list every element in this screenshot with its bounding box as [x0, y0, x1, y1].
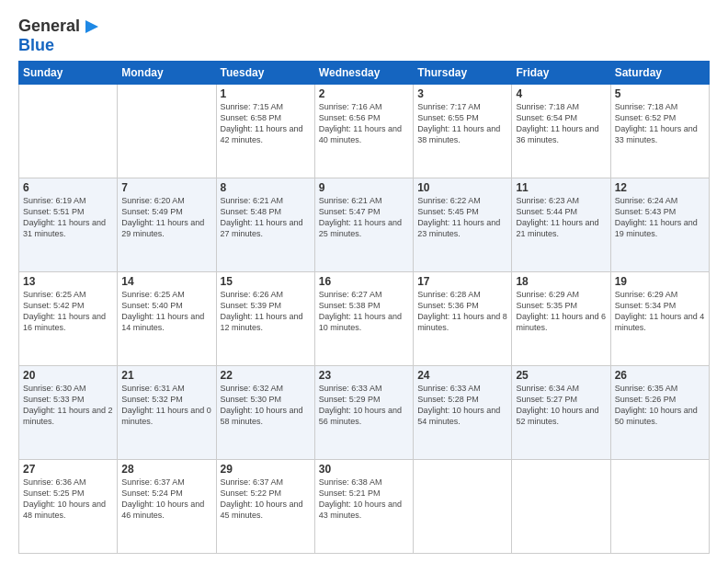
calendar-cell: 21Sunrise: 6:31 AM Sunset: 5:32 PM Dayli… [118, 366, 216, 460]
day-number: 23 [319, 369, 409, 382]
day-info: Sunrise: 6:20 AM Sunset: 5:49 PM Dayligh… [121, 196, 204, 238]
day-info: Sunrise: 7:17 AM Sunset: 6:55 PM Dayligh… [417, 102, 500, 144]
col-header-saturday: Saturday [610, 62, 709, 85]
day-info: Sunrise: 7:16 AM Sunset: 6:56 PM Dayligh… [319, 102, 402, 144]
day-number: 29 [221, 463, 311, 476]
calendar-cell: 9Sunrise: 6:21 AM Sunset: 5:47 PM Daylig… [314, 178, 413, 272]
day-number: 11 [516, 181, 606, 194]
day-info: Sunrise: 6:23 AM Sunset: 5:44 PM Dayligh… [516, 196, 598, 238]
calendar-cell: 15Sunrise: 6:26 AM Sunset: 5:39 PM Dayli… [216, 272, 314, 366]
logo-general: General [18, 17, 80, 36]
day-info: Sunrise: 6:27 AM Sunset: 5:38 PM Dayligh… [319, 290, 402, 332]
day-number: 21 [121, 369, 211, 382]
col-header-monday: Monday [118, 62, 216, 85]
day-info: Sunrise: 6:32 AM Sunset: 5:30 PM Dayligh… [221, 384, 303, 426]
day-number: 17 [417, 275, 507, 288]
calendar-cell: 27Sunrise: 6:36 AM Sunset: 5:25 PM Dayli… [19, 460, 118, 554]
day-info: Sunrise: 6:30 AM Sunset: 5:33 PM Dayligh… [23, 384, 113, 426]
day-info: Sunrise: 6:35 AM Sunset: 5:26 PM Dayligh… [615, 384, 698, 426]
calendar-cell [19, 85, 118, 178]
day-number: 6 [23, 181, 113, 194]
day-number: 12 [615, 181, 705, 194]
day-number: 2 [319, 87, 409, 100]
calendar-cell: 28Sunrise: 6:37 AM Sunset: 5:24 PM Dayli… [118, 460, 216, 554]
day-number: 15 [221, 275, 311, 288]
day-number: 25 [516, 369, 606, 382]
calendar-cell: 20Sunrise: 6:30 AM Sunset: 5:33 PM Dayli… [19, 366, 118, 460]
day-number: 28 [121, 463, 211, 476]
day-number: 10 [417, 181, 507, 194]
day-number: 8 [221, 181, 311, 194]
calendar-cell: 7Sunrise: 6:20 AM Sunset: 5:49 PM Daylig… [118, 178, 216, 272]
calendar-cell: 22Sunrise: 6:32 AM Sunset: 5:30 PM Dayli… [216, 366, 314, 460]
day-info: Sunrise: 6:34 AM Sunset: 5:27 PM Dayligh… [516, 384, 598, 426]
calendar-cell: 12Sunrise: 6:24 AM Sunset: 5:43 PM Dayli… [610, 178, 709, 272]
col-header-sunday: Sunday [19, 62, 118, 85]
day-info: Sunrise: 6:31 AM Sunset: 5:32 PM Dayligh… [121, 384, 211, 426]
day-info: Sunrise: 6:37 AM Sunset: 5:22 PM Dayligh… [221, 477, 303, 520]
calendar-cell: 6Sunrise: 6:19 AM Sunset: 5:51 PM Daylig… [19, 178, 118, 272]
calendar-cell: 16Sunrise: 6:27 AM Sunset: 5:38 PM Dayli… [314, 272, 413, 366]
calendar-cell: 14Sunrise: 6:25 AM Sunset: 5:40 PM Dayli… [118, 272, 216, 366]
header: General Blue [18, 17, 710, 55]
day-info: Sunrise: 6:36 AM Sunset: 5:25 PM Dayligh… [23, 477, 106, 520]
calendar-cell: 5Sunrise: 7:18 AM Sunset: 6:52 PM Daylig… [610, 85, 709, 178]
day-number: 9 [319, 181, 409, 194]
day-info: Sunrise: 6:33 AM Sunset: 5:29 PM Dayligh… [319, 384, 402, 426]
logo-blue: Blue [18, 36, 54, 54]
calendar-cell [610, 460, 709, 554]
calendar-cell: 29Sunrise: 6:37 AM Sunset: 5:22 PM Dayli… [216, 460, 314, 554]
day-number: 5 [615, 87, 705, 100]
calendar-cell [512, 460, 610, 554]
calendar-cell: 23Sunrise: 6:33 AM Sunset: 5:29 PM Dayli… [314, 366, 413, 460]
day-number: 24 [417, 369, 507, 382]
day-info: Sunrise: 6:33 AM Sunset: 5:28 PM Dayligh… [417, 384, 500, 426]
col-header-tuesday: Tuesday [216, 62, 314, 85]
day-info: Sunrise: 6:28 AM Sunset: 5:36 PM Dayligh… [417, 290, 507, 332]
day-info: Sunrise: 6:37 AM Sunset: 5:24 PM Dayligh… [121, 477, 204, 520]
day-info: Sunrise: 6:24 AM Sunset: 5:43 PM Dayligh… [615, 196, 698, 238]
calendar-cell: 18Sunrise: 6:29 AM Sunset: 5:35 PM Dayli… [512, 272, 610, 366]
day-info: Sunrise: 6:29 AM Sunset: 5:34 PM Dayligh… [615, 290, 705, 332]
day-info: Sunrise: 6:25 AM Sunset: 5:42 PM Dayligh… [23, 290, 106, 332]
day-number: 4 [516, 87, 606, 100]
calendar-cell: 30Sunrise: 6:38 AM Sunset: 5:21 PM Dayli… [314, 460, 413, 554]
calendar: SundayMondayTuesdayWednesdayThursdayFrid… [18, 61, 710, 554]
day-info: Sunrise: 6:19 AM Sunset: 5:51 PM Dayligh… [23, 196, 106, 238]
calendar-cell: 10Sunrise: 6:22 AM Sunset: 5:45 PM Dayli… [414, 178, 512, 272]
day-number: 16 [319, 275, 409, 288]
day-number: 3 [417, 87, 507, 100]
calendar-cell [414, 460, 512, 554]
day-number: 1 [221, 87, 311, 100]
day-number: 7 [121, 181, 211, 194]
day-info: Sunrise: 6:29 AM Sunset: 5:35 PM Dayligh… [516, 290, 606, 332]
day-number: 19 [615, 275, 705, 288]
logo-arrow-icon [84, 18, 100, 35]
col-header-friday: Friday [512, 62, 610, 85]
day-number: 22 [221, 369, 311, 382]
col-header-wednesday: Wednesday [314, 62, 413, 85]
day-number: 13 [23, 275, 113, 288]
calendar-cell: 24Sunrise: 6:33 AM Sunset: 5:28 PM Dayli… [414, 366, 512, 460]
calendar-cell: 13Sunrise: 6:25 AM Sunset: 5:42 PM Dayli… [19, 272, 118, 366]
calendar-cell: 17Sunrise: 6:28 AM Sunset: 5:36 PM Dayli… [414, 272, 512, 366]
day-info: Sunrise: 6:26 AM Sunset: 5:39 PM Dayligh… [221, 290, 303, 332]
day-info: Sunrise: 6:22 AM Sunset: 5:45 PM Dayligh… [417, 196, 500, 238]
day-info: Sunrise: 6:38 AM Sunset: 5:21 PM Dayligh… [319, 477, 402, 520]
calendar-cell: 1Sunrise: 7:15 AM Sunset: 6:58 PM Daylig… [216, 85, 314, 178]
calendar-cell: 4Sunrise: 7:18 AM Sunset: 6:54 PM Daylig… [512, 85, 610, 178]
day-info: Sunrise: 6:25 AM Sunset: 5:40 PM Dayligh… [121, 290, 204, 332]
day-number: 26 [615, 369, 705, 382]
calendar-cell: 8Sunrise: 6:21 AM Sunset: 5:48 PM Daylig… [216, 178, 314, 272]
day-info: Sunrise: 6:21 AM Sunset: 5:48 PM Dayligh… [221, 196, 303, 238]
calendar-cell: 3Sunrise: 7:17 AM Sunset: 6:55 PM Daylig… [414, 85, 512, 178]
calendar-cell: 11Sunrise: 6:23 AM Sunset: 5:44 PM Dayli… [512, 178, 610, 272]
day-info: Sunrise: 7:15 AM Sunset: 6:58 PM Dayligh… [221, 102, 303, 144]
day-info: Sunrise: 7:18 AM Sunset: 6:54 PM Dayligh… [516, 102, 598, 144]
logo: General Blue [18, 17, 100, 55]
svg-marker-0 [85, 20, 98, 33]
calendar-cell: 2Sunrise: 7:16 AM Sunset: 6:56 PM Daylig… [314, 85, 413, 178]
calendar-cell: 25Sunrise: 6:34 AM Sunset: 5:27 PM Dayli… [512, 366, 610, 460]
day-info: Sunrise: 6:21 AM Sunset: 5:47 PM Dayligh… [319, 196, 402, 238]
day-info: Sunrise: 7:18 AM Sunset: 6:52 PM Dayligh… [615, 102, 698, 144]
